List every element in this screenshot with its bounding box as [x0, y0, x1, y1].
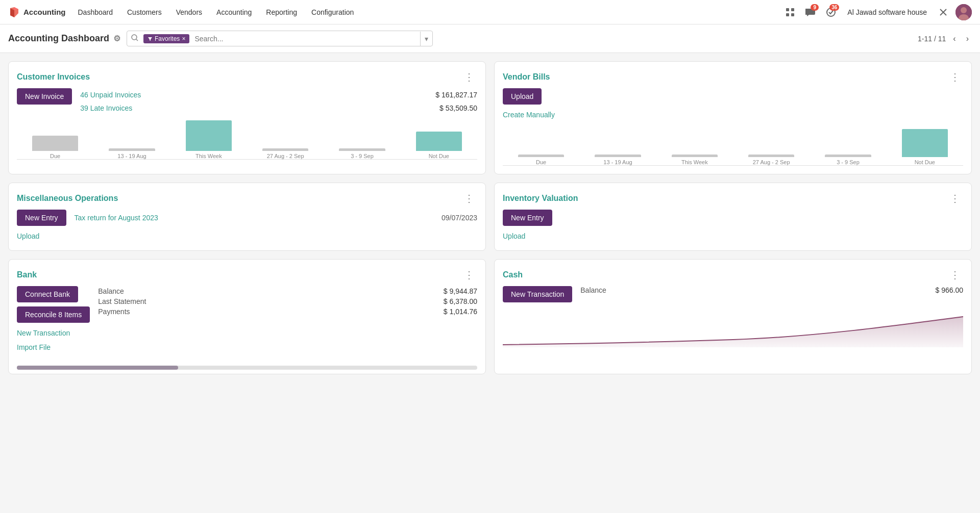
filter-tag-text: Favorites: [155, 35, 180, 42]
activity-badge: 36: [829, 4, 839, 11]
vendor-bills-menu-btn[interactable]: ⋮: [947, 70, 963, 84]
bar-group: Due: [503, 125, 579, 165]
nav-reporting[interactable]: Reporting: [260, 5, 303, 19]
filter-tag[interactable]: Favorites ×: [143, 34, 189, 43]
reconcile-button[interactable]: Reconcile 8 Items: [17, 306, 90, 323]
nav-configuration[interactable]: Configuration: [305, 5, 360, 19]
bar-group: 27 Aug - 2 Sep: [733, 125, 810, 165]
bank-new-transaction-button[interactable]: New Transaction: [17, 327, 70, 339]
bar-group: This Week: [656, 125, 733, 165]
search-input[interactable]: [190, 32, 420, 46]
pagination-prev-btn[interactable]: ‹: [950, 33, 959, 44]
customer-invoices-menu-btn[interactable]: ⋮: [461, 70, 477, 84]
bank-card: Bank ⋮ Connect Bank Reconcile 8 Items Ne…: [8, 259, 486, 374]
customer-invoices-actions: New Invoice: [17, 88, 72, 105]
bank-body: Connect Bank Reconcile 8 Items New Trans…: [9, 286, 485, 362]
bar: [109, 148, 155, 151]
bar-label: This Week: [195, 153, 222, 159]
bank-content: Connect Bank Reconcile 8 Items New Trans…: [17, 286, 477, 353]
cash-new-transaction-button[interactable]: New Transaction: [503, 286, 572, 302]
bar-label: This Week: [681, 159, 708, 165]
bar: [595, 155, 641, 157]
bar-group: 13 - 19 Aug: [579, 125, 656, 165]
bar-label: Due: [536, 159, 546, 165]
customer-invoices-top-row: New Invoice 46 Unpaid Invoices $ 161,827…: [17, 88, 477, 115]
bar-group: 27 Aug - 2 Sep: [247, 119, 324, 159]
misc-upload-button[interactable]: Upload: [17, 230, 39, 242]
app-logo[interactable]: Accounting: [8, 6, 66, 18]
misc-operations-menu-btn[interactable]: ⋮: [461, 191, 477, 206]
bank-balance-value: $ 9,944.87: [444, 287, 477, 295]
vendor-bills-title: Vendor Bills: [503, 72, 947, 82]
bank-stats: Balance $ 9,944.87 Last Statement $ 6,37…: [98, 286, 477, 353]
chat-icon-btn[interactable]: 9: [802, 4, 819, 20]
grid-icon-btn[interactable]: [782, 4, 798, 20]
bar-label: 3 - 9 Sep: [837, 159, 860, 165]
customer-invoices-header: Customer Invoices ⋮: [9, 62, 485, 88]
user-avatar[interactable]: [955, 4, 972, 20]
inventory-upload-button[interactable]: Upload: [503, 230, 525, 242]
svg-line-11: [136, 39, 138, 41]
settings-gear-icon[interactable]: ⚙: [113, 34, 120, 43]
misc-operations-title: Miscellaneous Operations: [17, 194, 461, 203]
app-name: Accounting: [23, 8, 66, 16]
late-invoices-link[interactable]: 39 Late Invoices: [80, 102, 132, 114]
cash-body: New Transaction Balance $ 966.00: [495, 286, 971, 355]
bar: [186, 120, 232, 151]
close-icon-btn[interactable]: [935, 4, 951, 20]
bar-group: 3 - 9 Sep: [324, 119, 400, 159]
cash-menu-btn[interactable]: ⋮: [947, 268, 963, 282]
unpaid-invoices-row: 46 Unpaid Invoices $ 161,827.17: [80, 88, 477, 101]
bar: [518, 155, 564, 157]
misc-new-entry-button[interactable]: New Entry: [17, 210, 66, 226]
filter-remove-icon[interactable]: ×: [182, 35, 185, 42]
bar-label: 13 - 19 Aug: [117, 153, 146, 159]
bar-group: 3 - 9 Sep: [810, 125, 886, 165]
bank-import-file-button[interactable]: Import File: [17, 341, 51, 353]
nav-icon-group: 9 36 Al Jawad software house: [782, 4, 972, 20]
bar: [748, 155, 794, 157]
vendor-bills-header: Vendor Bills ⋮: [495, 62, 971, 88]
page-title-text: Accounting Dashboard: [8, 33, 109, 44]
pagination-next-btn[interactable]: ›: [963, 33, 972, 44]
search-icon: [127, 31, 142, 46]
bar: [825, 155, 871, 157]
unpaid-invoices-link[interactable]: 46 Unpaid Invoices: [80, 89, 141, 101]
nav-vendors[interactable]: Vendors: [170, 5, 208, 19]
create-manually-button[interactable]: Create Manually: [503, 109, 555, 121]
logo-icon: [8, 6, 20, 18]
chat-badge: 9: [811, 4, 819, 11]
late-invoices-row: 39 Late Invoices $ 53,509.50: [80, 101, 477, 115]
avatar-image: [955, 4, 972, 20]
customer-invoices-card: Customer Invoices ⋮ New Invoice 46 Unpai…: [8, 61, 486, 174]
bar-group: This Week: [170, 119, 247, 159]
bar-label: 27 Aug - 2 Sep: [753, 159, 790, 165]
bank-menu-btn[interactable]: ⋮: [461, 268, 477, 282]
nav-dashboard[interactable]: Dashboard: [72, 5, 119, 19]
connect-bank-button[interactable]: Connect Bank: [17, 286, 78, 302]
nav-accounting[interactable]: Accounting: [210, 5, 258, 19]
cash-line-chart: [503, 306, 963, 347]
misc-operations-header: Miscellaneous Operations ⋮: [9, 183, 485, 210]
search-bar: Favorites × ▾: [127, 31, 433, 46]
cash-card: Cash ⋮ New Transaction Balance $ 966.00: [494, 259, 972, 374]
nav-customers[interactable]: Customers: [121, 5, 168, 19]
vendor-bills-actions: Upload Create Manually: [503, 88, 555, 121]
upload-button[interactable]: Upload: [503, 88, 542, 105]
page-title-area: Accounting Dashboard ⚙: [8, 33, 120, 44]
bank-scrollbar[interactable]: [17, 366, 477, 370]
svg-point-8: [961, 7, 967, 13]
misc-entry-name-link[interactable]: Tax return for August 2023: [75, 212, 158, 224]
inventory-new-entry-button[interactable]: New Entry: [503, 210, 552, 226]
inventory-valuation-body: New Entry Upload: [495, 210, 971, 250]
search-dropdown-icon[interactable]: ▾: [420, 32, 432, 46]
new-invoice-button[interactable]: New Invoice: [17, 88, 72, 105]
bank-payments-value: $ 1,014.76: [444, 307, 477, 316]
bar: [902, 129, 948, 157]
activity-icon-btn[interactable]: 36: [823, 4, 839, 20]
inventory-valuation-menu-btn[interactable]: ⋮: [947, 191, 963, 206]
svg-point-10: [132, 35, 137, 40]
customer-invoices-chart: Due13 - 19 AugThis Week27 Aug - 2 Sep3 -…: [17, 119, 477, 160]
bank-scrollbar-thumb[interactable]: [17, 366, 178, 370]
bank-payments-label: Payments: [98, 307, 130, 316]
